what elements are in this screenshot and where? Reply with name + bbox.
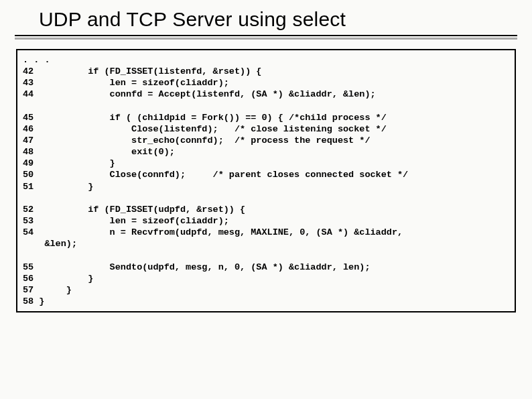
title-underline-shadow [15,38,517,40]
slide-title: UDP and TCP Server using select [13,5,519,35]
code-block: . . . 42 if (FD_ISSET(listenfd, &rset)) … [23,54,509,307]
title-underline [15,35,517,36]
code-block-frame: . . . 42 if (FD_ISSET(listenfd, &rset)) … [16,49,516,312]
